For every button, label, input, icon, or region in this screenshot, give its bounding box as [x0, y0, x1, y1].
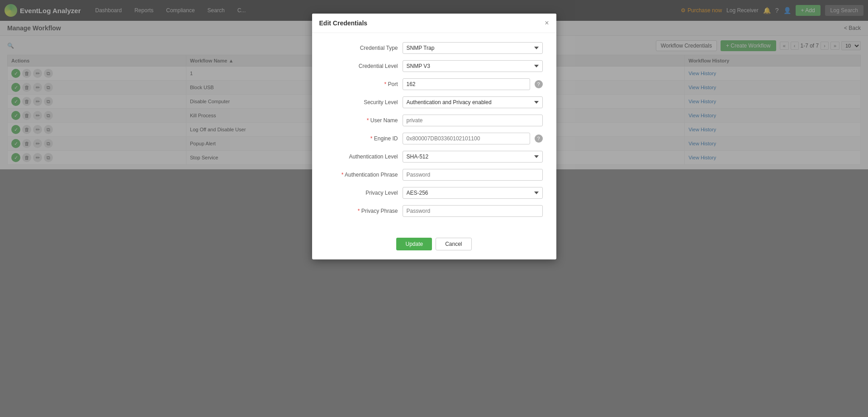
modal-header: Edit Credentials ×	[312, 14, 556, 33]
credential-level-select-wrapper: SNMP V1 SNMP V2 SNMP V3	[403, 60, 543, 72]
user-name-label: User Name	[326, 117, 398, 124]
port-input[interactable]	[403, 78, 530, 90]
auth-level-row: Authentication Level MD5 SHA SHA-256 SHA…	[326, 151, 543, 163]
modal-overlay: Edit Credentials × Credential Type SNMP …	[0, 0, 868, 169]
security-level-row: Security Level No authentication, No pri…	[326, 96, 543, 108]
port-label: Port	[326, 81, 398, 87]
auth-phrase-input[interactable]	[403, 169, 543, 169]
credential-level-select[interactable]: SNMP V1 SNMP V2 SNMP V3	[403, 60, 543, 72]
port-row: Port ?	[326, 78, 543, 90]
credential-type-select[interactable]: SNMP Trap SSH WMI	[403, 42, 543, 54]
port-help-icon[interactable]: ?	[535, 80, 543, 88]
engine-id-row: Engine ID ?	[326, 133, 543, 144]
security-level-label: Security Level	[326, 99, 398, 105]
engine-id-help-icon[interactable]: ?	[535, 134, 543, 143]
user-name-input[interactable]	[403, 115, 543, 126]
security-level-select[interactable]: No authentication, No privacy Authentica…	[403, 96, 543, 108]
credential-type-label: Credential Type	[326, 45, 398, 51]
security-level-select-wrapper: No authentication, No privacy Authentica…	[403, 96, 543, 108]
auth-phrase-row: Authentication Phrase	[326, 169, 543, 169]
edit-credentials-modal: Edit Credentials × Credential Type SNMP …	[312, 14, 556, 169]
engine-id-label: Engine ID	[326, 135, 398, 142]
credential-type-row: Credential Type SNMP Trap SSH WMI	[326, 42, 543, 54]
auth-level-select-wrapper: MD5 SHA SHA-256 SHA-512	[403, 151, 543, 163]
modal-close-button[interactable]: ×	[545, 19, 549, 27]
credential-level-label: Credential Level	[326, 63, 398, 69]
modal-body: Credential Type SNMP Trap SSH WMI Creden…	[312, 33, 556, 169]
auth-level-select[interactable]: MD5 SHA SHA-256 SHA-512	[403, 151, 543, 163]
engine-id-input[interactable]	[403, 133, 530, 144]
credential-type-select-wrapper: SNMP Trap SSH WMI	[403, 42, 543, 54]
user-name-row: User Name	[326, 115, 543, 126]
modal-title: Edit Credentials	[319, 19, 368, 27]
auth-level-label: Authentication Level	[326, 153, 398, 160]
credential-level-row: Credential Level SNMP V1 SNMP V2 SNMP V3	[326, 60, 543, 72]
